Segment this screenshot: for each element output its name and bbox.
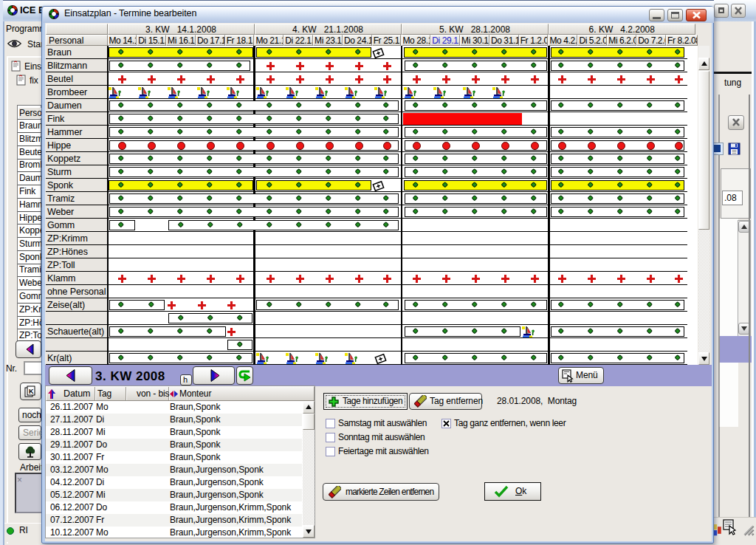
svg-text:K: K <box>29 388 34 395</box>
